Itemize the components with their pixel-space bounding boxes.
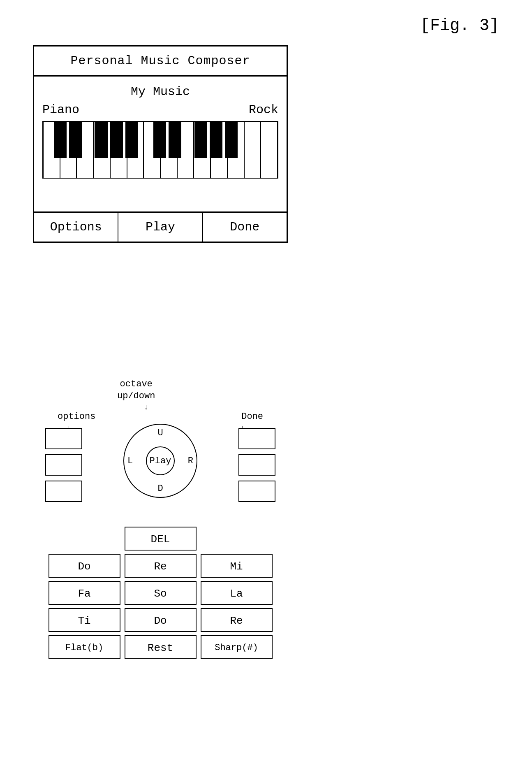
white-key-6[interactable] — [127, 122, 144, 178]
screen-body: My Music Piano Rock — [34, 77, 287, 211]
piano-rock-row: Piano Rock — [42, 103, 278, 117]
note-do2[interactable]: Do — [125, 608, 197, 632]
note-la[interactable]: La — [201, 581, 273, 605]
note-row-3: Ti Do Re — [33, 608, 288, 632]
white-key-4[interactable] — [93, 122, 110, 178]
del-row: DEL — [33, 527, 288, 551]
del-spacer-right — [201, 527, 273, 551]
white-key-1[interactable] — [43, 122, 60, 178]
note-row-1: Do Re Mi — [33, 554, 288, 578]
options-button[interactable]: Options — [34, 213, 118, 242]
white-key-5[interactable] — [110, 122, 127, 178]
octave-label: octaveup/down — [117, 379, 155, 402]
note-ti[interactable]: Ti — [49, 608, 120, 632]
octave-arrow: ↓ — [144, 403, 148, 411]
note-grid: DEL Do Re Mi Fa So La Ti Do Re Flat(b) R… — [33, 527, 288, 662]
white-key-2[interactable] — [60, 122, 77, 178]
note-sharp[interactable]: Sharp(#) — [201, 635, 273, 659]
white-key-9[interactable] — [177, 122, 194, 178]
dpad-left[interactable]: L — [127, 456, 133, 466]
note-so[interactable]: So — [125, 581, 197, 605]
left-option-buttons — [45, 428, 82, 502]
dpad-play-button[interactable]: Play — [146, 446, 175, 475]
white-key-8[interactable] — [160, 122, 177, 178]
note-re2[interactable]: Re — [201, 608, 273, 632]
piano-keyboard[interactable] — [42, 121, 278, 179]
screen-footer: Options Play Done — [34, 211, 287, 242]
note-row-4: Flat(b) Rest Sharp(#) — [33, 635, 288, 659]
right-done-btn-2[interactable] — [238, 454, 275, 476]
dpad-circle: U D L R Play — [123, 424, 197, 498]
del-spacer-left — [49, 527, 120, 551]
right-done-btn-1[interactable] — [238, 428, 275, 449]
left-option-btn-3[interactable] — [45, 481, 82, 502]
done-button[interactable]: Done — [203, 213, 287, 242]
right-done-btn-3[interactable] — [238, 481, 275, 502]
note-fa[interactable]: Fa — [49, 581, 120, 605]
left-option-btn-1[interactable] — [45, 428, 82, 449]
fig-label: [Fig. 3] — [420, 16, 499, 35]
white-key-14[interactable] — [261, 122, 278, 178]
dpad-up[interactable]: U — [157, 428, 163, 438]
dpad-down[interactable]: D — [157, 483, 163, 494]
right-done-buttons — [238, 428, 275, 502]
note-flat[interactable]: Flat(b) — [49, 635, 120, 659]
my-music-label: My Music — [42, 85, 278, 99]
white-key-7[interactable] — [143, 122, 160, 178]
dpad: U D L R Play — [123, 424, 197, 498]
left-option-btn-2[interactable] — [45, 454, 82, 476]
play-button[interactable]: Play — [118, 213, 203, 242]
white-key-3[interactable] — [76, 122, 93, 178]
note-rest[interactable]: Rest — [125, 635, 197, 659]
white-key-13[interactable] — [244, 122, 261, 178]
rock-label: Rock — [249, 103, 278, 117]
white-keys — [43, 122, 278, 178]
note-re1[interactable]: Re — [125, 554, 197, 578]
dpad-section: U D L R Play — [33, 420, 288, 535]
piano-label: Piano — [42, 103, 79, 117]
del-button[interactable]: DEL — [125, 527, 197, 551]
note-do1[interactable]: Do — [49, 554, 120, 578]
white-key-12[interactable] — [227, 122, 244, 178]
white-key-10[interactable] — [194, 122, 210, 178]
screen-header: Personal Music Composer — [34, 46, 287, 77]
dpad-right[interactable]: R — [188, 456, 193, 466]
device-screen: Personal Music Composer My Music Piano R… — [33, 45, 288, 243]
white-key-11[interactable] — [210, 122, 227, 178]
note-row-2: Fa So La — [33, 581, 288, 605]
note-mi[interactable]: Mi — [201, 554, 273, 578]
spacer — [42, 185, 278, 207]
